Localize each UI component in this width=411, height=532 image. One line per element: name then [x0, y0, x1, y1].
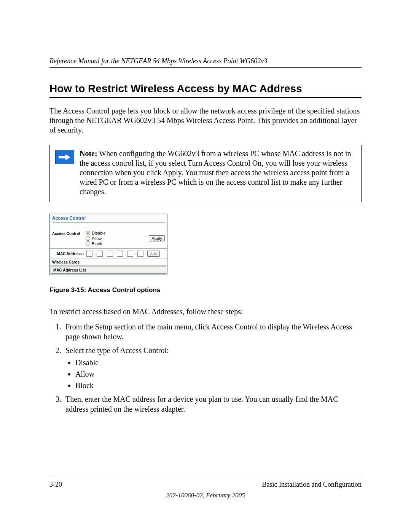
step-2: Select the type of Access Control: Disab…: [63, 345, 362, 390]
steps-list: From the Setup section of the main menu,…: [49, 322, 362, 414]
panel-title-text: Access Control: [52, 216, 86, 221]
radio-allow[interactable]: Allow: [86, 236, 142, 241]
mac-octet-3[interactable]: [107, 251, 113, 257]
figure-caption: Figure 3-15: Access Control options: [49, 286, 362, 294]
wireless-cards-header: Wireless Cards: [50, 259, 167, 266]
access-control-label: Access Control: [52, 231, 86, 246]
step-2-options: Disable Allow Block: [65, 358, 362, 390]
section-title: How to Restrict Wireless Access by MAC A…: [49, 83, 362, 98]
page-number: 3-20: [49, 481, 62, 489]
panel-title: Access Control: [50, 214, 167, 229]
note-body: When configuring the WG602v3 from a wire…: [80, 149, 351, 196]
note-text: Note: When configuring the WG602v3 from …: [80, 149, 356, 197]
radio-disable-label: Disable: [92, 231, 106, 235]
option-disable: Disable: [75, 358, 362, 367]
option-block: Block: [75, 380, 362, 390]
add-button[interactable]: Add: [147, 251, 160, 257]
doc-id: 202-10060-02, February 2005: [49, 492, 362, 499]
note-box: Note: When configuring the WG602v3 from …: [49, 145, 362, 202]
footer-section: Basic Installation and Configuration: [262, 481, 362, 489]
radio-block[interactable]: Block: [86, 241, 142, 246]
apply-button[interactable]: Apply: [149, 235, 165, 241]
step-1: From the Setup section of the main menu,…: [63, 322, 362, 342]
access-control-panel: Access Control Access Control Disable Al…: [49, 214, 167, 275]
note-label: Note:: [80, 149, 97, 158]
steps-intro: To restrict access based on MAC Addresse…: [49, 307, 362, 316]
option-allow: Allow: [75, 369, 362, 379]
step-3: Then, enter the MAC address for a device…: [63, 394, 362, 414]
mac-octet-4[interactable]: [117, 251, 123, 257]
intro-paragraph: The Access Control page lets you block o…: [49, 106, 362, 135]
arrow-right-icon: [55, 150, 74, 164]
mac-octet-5[interactable]: [127, 251, 133, 257]
radio-disable[interactable]: Disable: [86, 231, 142, 235]
radio-block-label: Block: [92, 241, 102, 246]
radio-allow-label: Allow: [92, 236, 102, 241]
step-2-text: Select the type of Access Control:: [65, 346, 169, 355]
running-head: Reference Manual for the NETGEAR 54 Mbps…: [49, 57, 362, 68]
mac-address-label: MAC Address :: [52, 252, 85, 256]
mac-octet-2[interactable]: [97, 251, 103, 257]
mac-address-list-header: MAC Address List: [51, 267, 166, 274]
page-footer: 3-20 Basic Installation and Configuratio…: [49, 478, 362, 499]
mac-octet-1[interactable]: [86, 251, 92, 257]
mac-octet-6[interactable]: [137, 251, 143, 257]
